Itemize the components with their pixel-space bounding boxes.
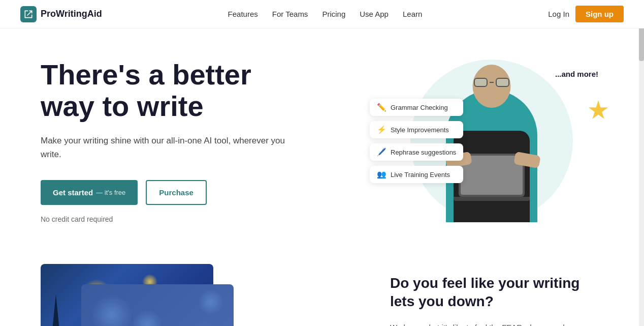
navbar: ProWritingAid Features For Teams Pricing…: [0, 0, 644, 28]
rephrase-icon: 🖊️: [377, 147, 387, 157]
logo[interactable]: ProWritingAid: [20, 6, 102, 22]
training-icon: 👥: [377, 170, 387, 179]
purchase-button[interactable]: Purchase: [146, 180, 207, 205]
hero-subtitle: Make your writing shine with our all-in-…: [41, 134, 305, 161]
more-label: ...and more!: [555, 70, 598, 78]
logo-svg: [23, 9, 34, 19]
person-glasses: [474, 77, 509, 87]
hero-title: There's a better way to write: [41, 59, 305, 122]
overlay-image: [81, 284, 234, 326]
section-description: We know what it's like to feel the FEAR …: [390, 321, 603, 326]
star-badge: [588, 100, 608, 121]
brand-name: ProWritingAid: [41, 9, 102, 19]
nav-links: Features For Teams Pricing Use App Learn: [228, 10, 423, 18]
feature-rephrase: 🖊️ Rephrase suggestions: [370, 143, 463, 161]
hero-buttons: Get started — it's free Purchase: [41, 180, 305, 205]
hero-illustration: ✏️ Grammar Checking ⚡ Style Improvements…: [380, 60, 603, 222]
second-section: My idea in my head Do you feel like your…: [0, 244, 644, 326]
scrollbar-track[interactable]: [639, 0, 644, 326]
nav-features[interactable]: Features: [228, 10, 258, 18]
nav-actions: Log In Sign up: [548, 6, 624, 22]
section-images: My idea in my head: [41, 264, 264, 326]
get-started-button[interactable]: Get started — it's free: [41, 180, 138, 205]
hero-content: There's a better way to write Make your …: [41, 59, 305, 223]
nav-learn[interactable]: Learn: [403, 10, 422, 18]
nav-for-teams[interactable]: For Teams: [272, 10, 308, 18]
feature-training: 👥 Live Training Events: [370, 166, 463, 183]
feature-cards: ✏️ Grammar Checking ⚡ Style Improvements…: [370, 99, 463, 183]
feature-grammar: ✏️ Grammar Checking: [370, 99, 463, 116]
cypress-tree: [51, 294, 61, 326]
section-text: Do you feel like your writing lets you d…: [390, 264, 603, 326]
logo-icon: [20, 6, 37, 22]
hero-section: There's a better way to write Make your …: [0, 28, 644, 244]
overlay-swirl-1: [91, 294, 132, 326]
overlay-swirl-4: [178, 320, 229, 326]
no-credit-text: No credit card required: [41, 215, 305, 223]
style-icon: ⚡: [377, 125, 387, 134]
feature-style: ⚡ Style Improvements: [370, 121, 463, 138]
overlay-swirl-3: [198, 289, 223, 315]
section-question: Do you feel like your writing lets you d…: [390, 274, 603, 311]
overlay-swirl-2: [132, 310, 163, 326]
grammar-icon: ✏️: [377, 103, 387, 112]
login-button[interactable]: Log In: [548, 10, 569, 18]
nav-pricing[interactable]: Pricing: [322, 10, 345, 18]
signup-button[interactable]: Sign up: [575, 6, 624, 22]
nav-use-app[interactable]: Use App: [360, 10, 389, 18]
